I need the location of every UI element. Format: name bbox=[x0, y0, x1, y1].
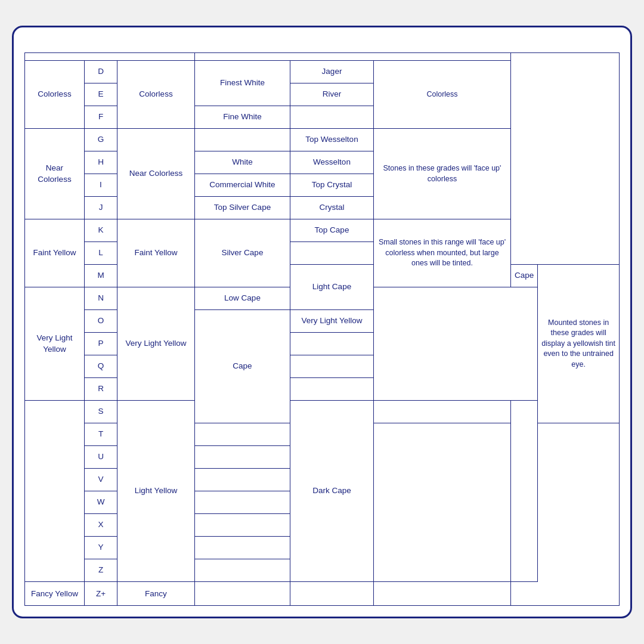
trade-desc-cell: Small stones in this range will 'face up… bbox=[374, 219, 511, 287]
fancy-yellow-row: Fancy YellowZ+Fancy bbox=[25, 582, 620, 606]
table-row: ColorlessDColorlessFinest WhiteJagerColo… bbox=[25, 61, 620, 83]
jager-cell bbox=[195, 559, 290, 582]
table-row: SLight YellowDark Cape bbox=[25, 401, 620, 423]
grade-cell: R bbox=[85, 378, 117, 401]
gia-label-cell bbox=[25, 401, 85, 582]
fancy-jager-cell bbox=[290, 582, 374, 606]
finest-white-cell: Silver Cape bbox=[195, 219, 290, 287]
grade-cell: L bbox=[85, 242, 117, 265]
table-row: OCapeVery Light Yellow bbox=[25, 310, 620, 333]
jager-cell bbox=[195, 423, 290, 446]
jager-cell: Top Cape bbox=[290, 219, 374, 242]
grade-cell: E bbox=[85, 83, 117, 106]
gia-label-cell: Very Light Yellow bbox=[25, 287, 85, 401]
jager-cell: Top Wesselton bbox=[290, 129, 374, 151]
grade-cell: W bbox=[85, 491, 117, 514]
section-header-row bbox=[25, 53, 620, 61]
grade-cell: J bbox=[85, 197, 117, 219]
jager-cell bbox=[290, 378, 374, 401]
grade-cell: X bbox=[85, 514, 117, 537]
trade-desc-cell: Mounted stones in these grades will disp… bbox=[538, 265, 620, 423]
fancy-trade-cell bbox=[374, 582, 511, 606]
table-row: JTop Silver CapeCrystal bbox=[25, 197, 620, 219]
gia-label-cell: Near Colorless bbox=[25, 129, 85, 219]
trade-desc-cell: Stones in these grades will 'face up' co… bbox=[374, 129, 511, 219]
fancy-finest-cell bbox=[195, 582, 290, 606]
trade-desc-cell: Colorless bbox=[374, 61, 511, 129]
trade-terms-header bbox=[195, 53, 511, 61]
grade-cell: V bbox=[85, 469, 117, 491]
grade-cell: Q bbox=[85, 355, 117, 378]
table-row: P bbox=[25, 333, 620, 355]
jager-cell: Very Light Yellow bbox=[290, 310, 374, 333]
table-row: ICommercial WhiteTop Crystal bbox=[25, 174, 620, 197]
jager-cell: Crystal bbox=[290, 197, 374, 219]
jager-cell: Wesselton bbox=[290, 151, 374, 174]
grade-cell: T bbox=[85, 423, 117, 446]
grade-cell: Y bbox=[85, 537, 117, 559]
jager-cell bbox=[195, 446, 290, 469]
page-title bbox=[24, 38, 620, 52]
grade-cell: D bbox=[85, 61, 117, 83]
finest-white-cell: Finest White bbox=[195, 61, 290, 106]
grade-cell: N bbox=[85, 287, 117, 310]
finest-white-cell: Top Silver Cape bbox=[195, 197, 290, 219]
table-row: MLight CapeCapeMounted stones in these g… bbox=[25, 265, 620, 287]
grade-cell: H bbox=[85, 151, 117, 174]
finest-white-cell: Fine White bbox=[195, 106, 290, 129]
gia-term-cell: Very Light Yellow bbox=[117, 287, 195, 401]
gia-label-cell: Faint Yellow bbox=[25, 219, 85, 287]
grade-cell: F bbox=[85, 106, 117, 129]
jager-cell: Jager bbox=[290, 61, 374, 83]
grade-cell: G bbox=[85, 129, 117, 151]
grade-cell: K bbox=[85, 219, 117, 242]
gia-term-cell: Faint Yellow bbox=[117, 219, 195, 287]
jager-cell: Cape bbox=[511, 265, 538, 287]
jager-cell: Low Cape bbox=[195, 287, 290, 310]
grade-cell: I bbox=[85, 174, 117, 197]
grade-cell: U bbox=[85, 446, 117, 469]
grade-cell: P bbox=[85, 333, 117, 355]
grade-cell: M bbox=[85, 265, 117, 287]
jager-cell bbox=[195, 514, 290, 537]
finest-white-cell bbox=[195, 129, 290, 151]
jager-cell bbox=[290, 242, 374, 265]
gia-label-cell: Colorless bbox=[25, 61, 85, 129]
fancy-grade-cell: Z+ bbox=[85, 582, 117, 606]
jager-cell bbox=[290, 355, 374, 378]
fancy-term-cell: Fancy bbox=[117, 582, 195, 606]
table-row: Faint YellowKFaint YellowSilver CapeTop … bbox=[25, 219, 620, 242]
jager-cell bbox=[195, 537, 290, 559]
jager-cell: River bbox=[290, 83, 374, 106]
jager-cell bbox=[374, 401, 511, 423]
table-row: Near ColorlessGNear ColorlessTop Wesselt… bbox=[25, 129, 620, 151]
main-container: ColorlessDColorlessFinest WhiteJagerColo… bbox=[12, 26, 632, 618]
table-row: L bbox=[25, 242, 620, 265]
fancy-yellow-label: Fancy Yellow bbox=[25, 582, 85, 606]
finest-white-cell: White bbox=[195, 151, 290, 174]
jager-cell bbox=[195, 491, 290, 514]
jager-cell: Top Crystal bbox=[290, 174, 374, 197]
jager-cell bbox=[290, 106, 374, 129]
finest-white-cell: Light Cape bbox=[290, 265, 374, 310]
gia-term-cell: Light Yellow bbox=[117, 401, 195, 582]
jager-cell bbox=[195, 469, 290, 491]
grade-cell: S bbox=[85, 401, 117, 423]
grade-cell: O bbox=[85, 310, 117, 333]
table-row: R bbox=[25, 378, 620, 401]
table-row: Q bbox=[25, 355, 620, 378]
table-row: HWhiteWesselton bbox=[25, 151, 620, 174]
gia-term-cell: Colorless bbox=[117, 61, 195, 129]
gia-term-cell: Near Colorless bbox=[117, 129, 195, 219]
gia-scale-header bbox=[25, 53, 195, 61]
finest-white-cell: Commercial White bbox=[195, 174, 290, 197]
finest-white-cell: Dark Cape bbox=[290, 401, 374, 582]
trade-desc-cell bbox=[511, 401, 538, 582]
table-row: ERiver bbox=[25, 83, 620, 106]
jager-cell bbox=[290, 333, 374, 355]
table-row: FFine White bbox=[25, 106, 620, 129]
finest-white-cell: Cape bbox=[195, 310, 290, 423]
grade-cell: Z bbox=[85, 559, 117, 582]
